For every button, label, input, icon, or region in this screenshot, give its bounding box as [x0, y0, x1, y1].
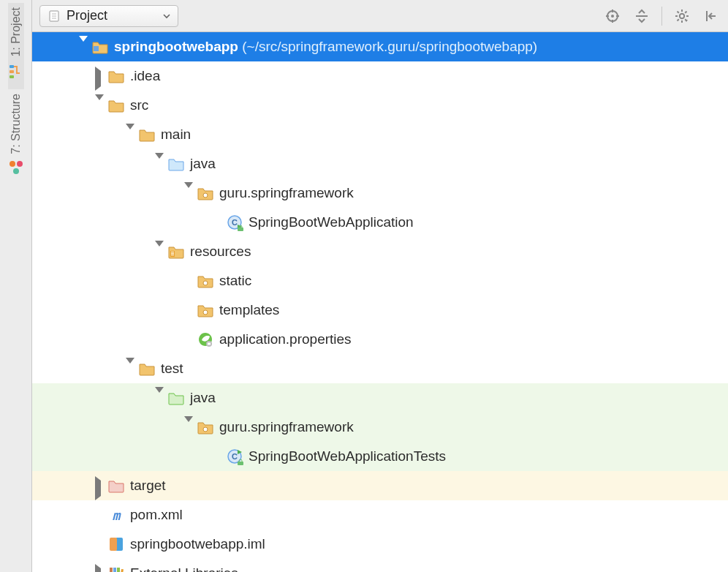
tree-node-pkg-main[interactable]: guru.springframework [32, 178, 728, 208]
svg-line-22 [678, 11, 679, 12]
expand-arrow-icon[interactable] [95, 481, 105, 491]
tree-node-label: guru.springframework [219, 419, 354, 435]
expand-arrow-icon[interactable] [155, 159, 165, 169]
svg-marker-26 [685, 20, 688, 22]
expand-arrow-icon[interactable] [155, 247, 165, 257]
settings-button[interactable] [672, 7, 691, 26]
tree-node-label: application.properties [219, 331, 352, 347]
svg-point-42 [203, 427, 208, 432]
test-source-folder-icon [168, 390, 184, 406]
tree-node-root[interactable]: springbootwebapp (~/src/springframework.… [32, 32, 728, 61]
project-toolbar: Project [32, 0, 728, 32]
expand-arrow-icon[interactable] [95, 100, 105, 110]
tree-node-test[interactable]: test [32, 354, 728, 383]
tree-node-static[interactable]: static [32, 266, 728, 296]
tree-node-label: main [161, 127, 191, 143]
tree-node-test-class[interactable]: C SpringBootWebApplicationTests [32, 442, 728, 471]
tree-node-label: .idea [130, 68, 160, 84]
expand-arrow-icon[interactable] [95, 568, 105, 572]
tree-node-label: guru.springframework [219, 185, 354, 201]
svg-point-29 [203, 193, 208, 197]
project-tree[interactable]: springbootwebapp (~/src/springframework.… [32, 32, 728, 572]
svg-rect-48 [110, 538, 117, 551]
svg-point-3 [10, 161, 15, 167]
intellij-module-icon [108, 536, 124, 552]
svg-point-39 [203, 310, 208, 315]
svg-line-25 [685, 11, 686, 12]
excluded-folder-icon [108, 478, 124, 494]
collapse-all-button[interactable] [632, 7, 651, 26]
svg-rect-1 [10, 70, 14, 73]
structure-icon [8, 159, 24, 176]
svg-point-4 [17, 161, 23, 167]
tree-node-label: SpringBootWebApplicationTests [249, 448, 446, 464]
expand-arrow-icon[interactable] [126, 364, 136, 374]
tree-node-app-properties[interactable]: application.properties [32, 325, 728, 354]
tree-node-label: src [130, 97, 148, 113]
view-label: Project [67, 8, 107, 23]
tree-node-java-test[interactable]: java [32, 383, 728, 413]
source-folder-icon [168, 156, 184, 172]
tree-node-idea[interactable]: .idea [32, 61, 728, 91]
tree-node-java-main[interactable]: java [32, 149, 728, 178]
tree-node-target[interactable]: target [32, 471, 728, 500]
svg-rect-0 [10, 65, 14, 68]
toolbar-buttons [603, 7, 721, 26]
tree-node-src[interactable]: src [32, 91, 728, 120]
tree-node-label: static [219, 273, 251, 289]
resources-folder-icon [168, 244, 184, 260]
expand-arrow-icon[interactable] [155, 393, 165, 403]
expand-arrow-icon[interactable] [126, 129, 136, 140]
svg-point-15 [611, 15, 614, 18]
svg-rect-37 [171, 255, 174, 255]
tree-node-label: SpringBootWebApplication [249, 214, 414, 230]
tree-node-label: External Libraries [130, 565, 238, 572]
sidebar-tab-label: 7: Structure [10, 94, 23, 154]
expand-arrow-icon[interactable] [184, 188, 194, 198]
tree-node-label: resources [190, 244, 251, 260]
tree-node-label: target [130, 478, 166, 494]
svg-rect-52 [120, 569, 124, 572]
sidebar-tab-project[interactable]: 1: Project [8, 3, 24, 89]
tree-node-pkg-test[interactable]: guru.springframework [32, 413, 728, 442]
tree-node-main[interactable]: main [32, 120, 728, 149]
tree-node-iml[interactable]: springbootwebapp.iml [32, 530, 728, 559]
locate-button[interactable] [603, 7, 622, 26]
tree-node-label: templates [219, 302, 279, 318]
tree-node-templates[interactable]: templates [32, 296, 728, 325]
hide-button[interactable] [702, 7, 721, 26]
project-tree-icon [8, 63, 24, 79]
expand-arrow-icon[interactable] [79, 42, 89, 52]
svg-line-24 [678, 19, 679, 20]
svg-rect-46 [238, 462, 243, 465]
tree-node-resources[interactable]: resources [32, 237, 728, 266]
tree-node-external-libs[interactable]: External Libraries [32, 559, 728, 572]
expand-arrow-icon[interactable] [184, 422, 194, 432]
tool-window-sidebar: 1: Project 7: Structure [0, 0, 32, 572]
folder-icon [108, 97, 124, 113]
module-folder-icon [92, 39, 108, 55]
toolbar-separator [661, 7, 662, 26]
package-icon [197, 273, 213, 289]
tree-node-pom[interactable]: m pom.xml [32, 500, 728, 530]
tree-node-label: test [161, 361, 183, 377]
svg-point-5 [13, 168, 19, 174]
tree-node-app-class[interactable]: C SpringBootWebApplication [32, 208, 728, 237]
svg-rect-50 [113, 568, 116, 572]
maven-file-icon: m [108, 507, 124, 523]
svg-rect-51 [117, 568, 120, 572]
package-icon [197, 302, 213, 318]
tree-node-label: springbootwebapp (~/src/springframework.… [114, 39, 537, 55]
svg-rect-33 [238, 227, 243, 231]
chevron-down-icon [163, 12, 170, 20]
expand-arrow-icon[interactable] [95, 71, 105, 81]
runnable-class-icon: C [227, 448, 243, 464]
runnable-class-icon: C [227, 214, 243, 230]
folder-icon [108, 68, 124, 84]
package-icon [197, 185, 213, 201]
sidebar-tab-structure[interactable]: 7: Structure [8, 89, 24, 187]
file-icon [48, 10, 61, 23]
spring-config-icon [197, 331, 213, 347]
svg-point-17 [680, 13, 684, 18]
project-view-dropdown[interactable]: Project [39, 5, 178, 27]
